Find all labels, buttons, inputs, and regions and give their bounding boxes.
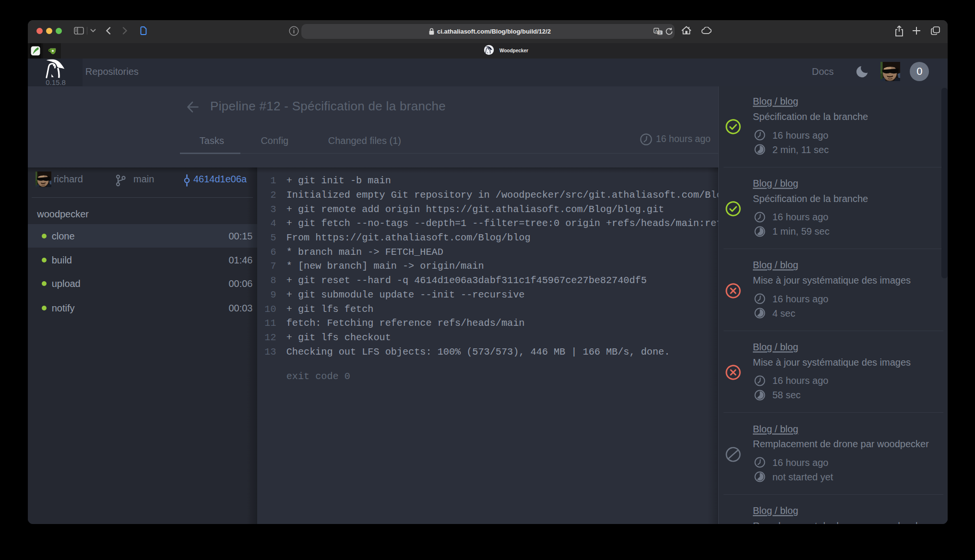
svg-text:文: 文 [658, 31, 662, 35]
